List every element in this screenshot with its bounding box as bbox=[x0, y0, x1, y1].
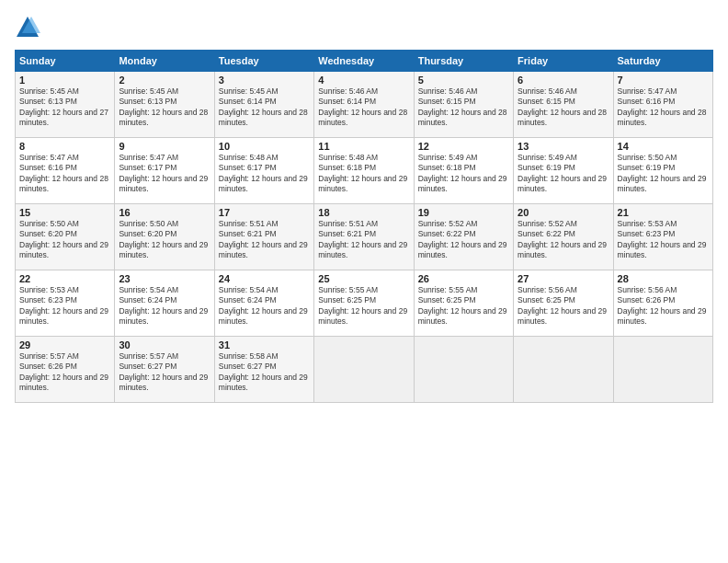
day-cell: 31 Sunrise: 5:58 AM Sunset: 6:27 PM Dayl… bbox=[214, 337, 313, 403]
day-number: 20 bbox=[518, 207, 609, 218]
day-cell: 23 Sunrise: 5:54 AM Sunset: 6:24 PM Dayl… bbox=[115, 270, 214, 337]
day-number: 22 bbox=[19, 273, 110, 284]
day-info: Sunrise: 5:48 AM Sunset: 6:17 PM Dayligh… bbox=[219, 153, 310, 195]
day-cell: 12 Sunrise: 5:49 AM Sunset: 6:18 PM Dayl… bbox=[414, 138, 513, 204]
week-row-4: 22 Sunrise: 5:53 AM Sunset: 6:23 PM Dayl… bbox=[16, 270, 713, 337]
day-info: Sunrise: 5:46 AM Sunset: 6:14 PM Dayligh… bbox=[318, 86, 409, 129]
day-number: 28 bbox=[618, 273, 709, 284]
header-day-saturday: Saturday bbox=[613, 51, 712, 72]
day-number: 1 bbox=[19, 75, 110, 86]
day-cell: 4 Sunrise: 5:46 AM Sunset: 6:14 PM Dayli… bbox=[314, 72, 414, 138]
day-cell: 19 Sunrise: 5:52 AM Sunset: 6:22 PM Dayl… bbox=[414, 204, 513, 270]
day-cell: 17 Sunrise: 5:51 AM Sunset: 6:21 PM Dayl… bbox=[214, 204, 313, 270]
day-cell: 21 Sunrise: 5:53 AM Sunset: 6:23 PM Dayl… bbox=[613, 204, 712, 270]
day-info: Sunrise: 5:57 AM Sunset: 6:26 PM Dayligh… bbox=[19, 351, 110, 394]
day-cell: 14 Sunrise: 5:50 AM Sunset: 6:19 PM Dayl… bbox=[613, 138, 712, 204]
week-row-5: 29 Sunrise: 5:57 AM Sunset: 6:26 PM Dayl… bbox=[16, 337, 713, 403]
day-info: Sunrise: 5:53 AM Sunset: 6:23 PM Dayligh… bbox=[19, 285, 110, 327]
day-cell: 20 Sunrise: 5:52 AM Sunset: 6:22 PM Dayl… bbox=[514, 204, 613, 270]
day-info: Sunrise: 5:45 AM Sunset: 6:13 PM Dayligh… bbox=[119, 86, 210, 129]
header-day-monday: Monday bbox=[115, 51, 214, 72]
day-cell: 25 Sunrise: 5:55 AM Sunset: 6:25 PM Dayl… bbox=[314, 270, 414, 337]
logo bbox=[15, 15, 44, 40]
day-info: Sunrise: 5:51 AM Sunset: 6:21 PM Dayligh… bbox=[318, 219, 409, 261]
day-cell: 22 Sunrise: 5:53 AM Sunset: 6:23 PM Dayl… bbox=[16, 270, 115, 337]
day-number: 5 bbox=[418, 75, 509, 86]
logo-icon bbox=[15, 15, 40, 40]
header-day-friday: Friday bbox=[514, 51, 613, 72]
day-number: 30 bbox=[119, 339, 210, 350]
day-cell: 7 Sunrise: 5:47 AM Sunset: 6:16 PM Dayli… bbox=[613, 72, 712, 138]
day-info: Sunrise: 5:46 AM Sunset: 6:15 PM Dayligh… bbox=[418, 86, 509, 129]
day-cell: 6 Sunrise: 5:46 AM Sunset: 6:15 PM Dayli… bbox=[514, 72, 613, 138]
day-number: 2 bbox=[119, 75, 210, 86]
header-row: SundayMondayTuesdayWednesdayThursdayFrid… bbox=[16, 51, 713, 72]
day-number: 14 bbox=[618, 141, 709, 152]
day-number: 16 bbox=[119, 207, 210, 218]
day-info: Sunrise: 5:54 AM Sunset: 6:24 PM Dayligh… bbox=[119, 285, 210, 327]
day-cell: 9 Sunrise: 5:47 AM Sunset: 6:17 PM Dayli… bbox=[115, 138, 214, 204]
day-number: 18 bbox=[318, 207, 409, 218]
day-number: 6 bbox=[518, 75, 609, 86]
page: SundayMondayTuesdayWednesdayThursdayFrid… bbox=[0, 0, 728, 563]
day-info: Sunrise: 5:50 AM Sunset: 6:20 PM Dayligh… bbox=[19, 219, 110, 261]
header-day-thursday: Thursday bbox=[414, 51, 513, 72]
day-info: Sunrise: 5:52 AM Sunset: 6:22 PM Dayligh… bbox=[518, 219, 609, 261]
day-number: 29 bbox=[19, 339, 110, 350]
day-cell bbox=[514, 337, 613, 403]
day-number: 9 bbox=[119, 141, 210, 152]
week-row-3: 15 Sunrise: 5:50 AM Sunset: 6:20 PM Dayl… bbox=[16, 204, 713, 270]
day-number: 21 bbox=[618, 207, 709, 218]
day-info: Sunrise: 5:56 AM Sunset: 6:26 PM Dayligh… bbox=[618, 285, 709, 327]
day-cell: 13 Sunrise: 5:49 AM Sunset: 6:19 PM Dayl… bbox=[514, 138, 613, 204]
day-info: Sunrise: 5:47 AM Sunset: 6:17 PM Dayligh… bbox=[119, 153, 210, 195]
day-info: Sunrise: 5:45 AM Sunset: 6:13 PM Dayligh… bbox=[19, 86, 110, 129]
day-cell: 2 Sunrise: 5:45 AM Sunset: 6:13 PM Dayli… bbox=[115, 72, 214, 138]
day-cell: 29 Sunrise: 5:57 AM Sunset: 6:26 PM Dayl… bbox=[16, 337, 115, 403]
day-number: 19 bbox=[418, 207, 509, 218]
day-cell: 8 Sunrise: 5:47 AM Sunset: 6:16 PM Dayli… bbox=[16, 138, 115, 204]
calendar-table: SundayMondayTuesdayWednesdayThursdayFrid… bbox=[15, 50, 713, 403]
day-cell bbox=[314, 337, 414, 403]
day-number: 7 bbox=[618, 75, 709, 86]
day-info: Sunrise: 5:49 AM Sunset: 6:18 PM Dayligh… bbox=[418, 153, 509, 195]
day-info: Sunrise: 5:48 AM Sunset: 6:18 PM Dayligh… bbox=[318, 153, 409, 195]
day-number: 10 bbox=[219, 141, 310, 152]
header bbox=[15, 15, 713, 40]
day-info: Sunrise: 5:58 AM Sunset: 6:27 PM Dayligh… bbox=[219, 351, 310, 394]
day-info: Sunrise: 5:54 AM Sunset: 6:24 PM Dayligh… bbox=[219, 285, 310, 327]
day-number: 4 bbox=[318, 75, 409, 86]
day-number: 31 bbox=[219, 339, 310, 350]
day-cell: 3 Sunrise: 5:45 AM Sunset: 6:14 PM Dayli… bbox=[214, 72, 313, 138]
day-cell: 15 Sunrise: 5:50 AM Sunset: 6:20 PM Dayl… bbox=[16, 204, 115, 270]
header-day-sunday: Sunday bbox=[16, 51, 115, 72]
day-info: Sunrise: 5:51 AM Sunset: 6:21 PM Dayligh… bbox=[219, 219, 310, 261]
day-number: 11 bbox=[318, 141, 409, 152]
week-row-2: 8 Sunrise: 5:47 AM Sunset: 6:16 PM Dayli… bbox=[16, 138, 713, 204]
day-cell: 26 Sunrise: 5:55 AM Sunset: 6:25 PM Dayl… bbox=[414, 270, 513, 337]
day-cell: 27 Sunrise: 5:56 AM Sunset: 6:25 PM Dayl… bbox=[514, 270, 613, 337]
day-cell: 30 Sunrise: 5:57 AM Sunset: 6:27 PM Dayl… bbox=[115, 337, 214, 403]
day-cell: 5 Sunrise: 5:46 AM Sunset: 6:15 PM Dayli… bbox=[414, 72, 513, 138]
day-cell: 16 Sunrise: 5:50 AM Sunset: 6:20 PM Dayl… bbox=[115, 204, 214, 270]
day-info: Sunrise: 5:57 AM Sunset: 6:27 PM Dayligh… bbox=[119, 351, 210, 394]
day-number: 13 bbox=[518, 141, 609, 152]
day-info: Sunrise: 5:50 AM Sunset: 6:20 PM Dayligh… bbox=[119, 219, 210, 261]
day-number: 12 bbox=[418, 141, 509, 152]
day-info: Sunrise: 5:47 AM Sunset: 6:16 PM Dayligh… bbox=[19, 153, 110, 195]
header-day-tuesday: Tuesday bbox=[214, 51, 313, 72]
day-info: Sunrise: 5:46 AM Sunset: 6:15 PM Dayligh… bbox=[518, 86, 609, 129]
day-cell: 24 Sunrise: 5:54 AM Sunset: 6:24 PM Dayl… bbox=[214, 270, 313, 337]
day-cell bbox=[414, 337, 513, 403]
day-info: Sunrise: 5:55 AM Sunset: 6:25 PM Dayligh… bbox=[318, 285, 409, 327]
day-number: 8 bbox=[19, 141, 110, 152]
day-number: 15 bbox=[19, 207, 110, 218]
day-cell: 10 Sunrise: 5:48 AM Sunset: 6:17 PM Dayl… bbox=[214, 138, 313, 204]
day-cell: 11 Sunrise: 5:48 AM Sunset: 6:18 PM Dayl… bbox=[314, 138, 414, 204]
header-day-wednesday: Wednesday bbox=[314, 51, 414, 72]
day-cell: 28 Sunrise: 5:56 AM Sunset: 6:26 PM Dayl… bbox=[613, 270, 712, 337]
day-number: 24 bbox=[219, 273, 310, 284]
day-info: Sunrise: 5:49 AM Sunset: 6:19 PM Dayligh… bbox=[518, 153, 609, 195]
day-cell: 1 Sunrise: 5:45 AM Sunset: 6:13 PM Dayli… bbox=[16, 72, 115, 138]
day-info: Sunrise: 5:52 AM Sunset: 6:22 PM Dayligh… bbox=[418, 219, 509, 261]
